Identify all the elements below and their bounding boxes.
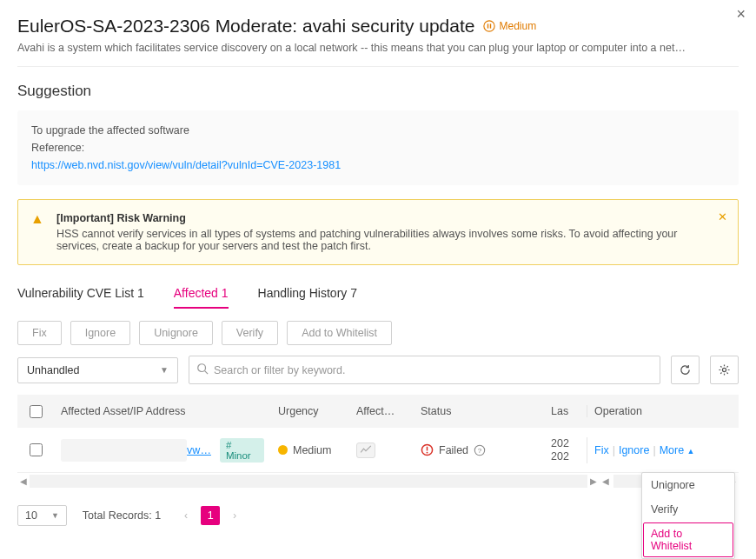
svg-point-5 bbox=[722, 368, 726, 371]
horizontal-scrollbar[interactable]: ◀ ▶ ◀ ▶ bbox=[17, 475, 739, 488]
page-size-value: 10 bbox=[25, 509, 37, 522]
error-circle-icon bbox=[421, 443, 434, 456]
status-filter-select[interactable]: Unhandled ▼ bbox=[17, 357, 178, 383]
page-title: EulerOS-SA-2023-2306 Moderate: avahi sec… bbox=[17, 16, 474, 37]
unignore-button[interactable]: Unignore bbox=[139, 321, 213, 345]
tab-handling-history[interactable]: Handling History 7 bbox=[258, 281, 357, 309]
status-filter-value: Unhandled bbox=[27, 364, 79, 376]
urgency-dot-icon bbox=[278, 445, 288, 455]
severity-badge: Medium bbox=[483, 20, 536, 32]
tabs: Vulnerability CVE List 1 Affected 1 Hand… bbox=[17, 281, 739, 309]
col-affect: Affect… bbox=[349, 405, 414, 417]
risk-warning: ▲ ✕ [Important] Risk Warning HSS cannot … bbox=[17, 199, 739, 265]
ignore-button[interactable]: Ignore bbox=[70, 321, 130, 345]
row-ignore-link[interactable]: Ignore bbox=[619, 444, 649, 456]
separator: | bbox=[653, 444, 655, 456]
scroll-right-icon[interactable]: ▶ bbox=[587, 476, 600, 488]
caret-up-icon: ▲ bbox=[687, 447, 695, 456]
more-dropdown: Unignore Verify Add to Whitelist bbox=[641, 472, 735, 559]
warning-close-icon[interactable]: ✕ bbox=[718, 210, 727, 223]
svg-rect-2 bbox=[490, 23, 491, 28]
dd-unignore[interactable]: Unignore bbox=[642, 473, 734, 497]
table-row: vw… # Minor Medium Failed ? 202 202 bbox=[17, 428, 739, 473]
row-more-link[interactable]: More ▲ bbox=[660, 444, 695, 456]
col-urgency: Urgency bbox=[271, 405, 349, 417]
dd-verify[interactable]: Verify bbox=[642, 497, 734, 522]
svg-point-3 bbox=[198, 364, 206, 372]
affected-table: Affected Asset/IP Address Urgency Affect… bbox=[17, 395, 739, 488]
next-page-button[interactable]: › bbox=[225, 506, 244, 525]
tab-cve-list[interactable]: Vulnerability CVE List 1 bbox=[17, 281, 144, 309]
warning-body: HSS cannot verify services in all types … bbox=[56, 228, 708, 252]
current-page[interactable]: 1 bbox=[201, 506, 220, 525]
dd-add-whitelist[interactable]: Add to Whitelist bbox=[643, 522, 733, 557]
prev-page-button[interactable]: ‹ bbox=[176, 506, 196, 525]
search-input[interactable] bbox=[214, 364, 653, 376]
select-all-checkbox[interactable] bbox=[30, 405, 43, 418]
page-size-select[interactable]: 10 ▼ bbox=[17, 505, 67, 526]
asset-name-redacted bbox=[61, 439, 187, 462]
svg-rect-1 bbox=[487, 23, 488, 28]
tab-affected[interactable]: Affected 1 bbox=[174, 281, 229, 309]
urgency-text: Medium bbox=[293, 444, 331, 456]
verify-button[interactable]: Verify bbox=[222, 321, 278, 345]
add-whitelist-button[interactable]: Add to Whitelist bbox=[287, 321, 392, 345]
svg-line-4 bbox=[205, 371, 209, 375]
asset-link[interactable]: vw… bbox=[187, 444, 211, 456]
suggestion-reference-link[interactable]: https://web.nvd.nist.gov/view/vuln/detai… bbox=[31, 159, 341, 171]
svg-text:?: ? bbox=[478, 447, 482, 455]
suggestion-upgrade-text: To upgrade the affected software bbox=[31, 124, 725, 136]
scroll-track-left[interactable] bbox=[30, 475, 587, 488]
row-fix-link[interactable]: Fix bbox=[594, 444, 609, 456]
suggestion-box: To upgrade the affected software Referen… bbox=[17, 110, 739, 185]
col-status: Status bbox=[414, 405, 544, 417]
svg-point-0 bbox=[484, 21, 494, 31]
scroll-left-icon-2[interactable]: ◀ bbox=[600, 476, 612, 488]
suggestion-reference-label: Reference: bbox=[31, 142, 725, 154]
fix-button[interactable]: Fix bbox=[17, 321, 62, 345]
minor-tag: # Minor bbox=[220, 438, 264, 463]
status-text: Failed bbox=[439, 444, 468, 456]
refresh-button[interactable] bbox=[671, 356, 700, 384]
col-last: Las bbox=[544, 405, 587, 417]
warning-icon: ▲ bbox=[30, 211, 44, 227]
caret-down-icon: ▼ bbox=[160, 365, 169, 375]
search-icon bbox=[196, 363, 209, 377]
search-box[interactable] bbox=[189, 356, 660, 384]
warning-title: [Important] Risk Warning bbox=[56, 212, 708, 224]
close-icon[interactable]: × bbox=[736, 5, 746, 23]
scroll-left-icon[interactable]: ◀ bbox=[17, 476, 30, 488]
divider bbox=[17, 66, 739, 67]
severity-text: Medium bbox=[499, 20, 536, 32]
bulk-toolbar: Fix Ignore Unignore Verify Add to Whitel… bbox=[17, 321, 739, 345]
help-icon[interactable]: ? bbox=[474, 444, 486, 456]
last-scan-1: 202 bbox=[551, 437, 569, 450]
pagination: 10 ▼ Total Records: 1 ‹ 1 › bbox=[17, 505, 739, 526]
pause-circle-icon bbox=[483, 20, 495, 32]
settings-button[interactable] bbox=[710, 356, 739, 384]
chart-icon bbox=[356, 443, 375, 458]
row-checkbox[interactable] bbox=[30, 443, 43, 456]
col-operation: Operation bbox=[587, 405, 739, 417]
col-asset: Affected Asset/IP Address bbox=[54, 405, 271, 417]
suggestion-heading: Suggestion bbox=[17, 83, 739, 100]
separator: | bbox=[613, 444, 615, 456]
svg-point-8 bbox=[427, 452, 428, 454]
caret-down-icon: ▼ bbox=[51, 511, 59, 520]
last-scan-2: 202 bbox=[551, 450, 569, 463]
total-records-label: Total Records: 1 bbox=[83, 509, 161, 522]
description-text: Avahi is a system which facilitates serv… bbox=[17, 42, 721, 54]
